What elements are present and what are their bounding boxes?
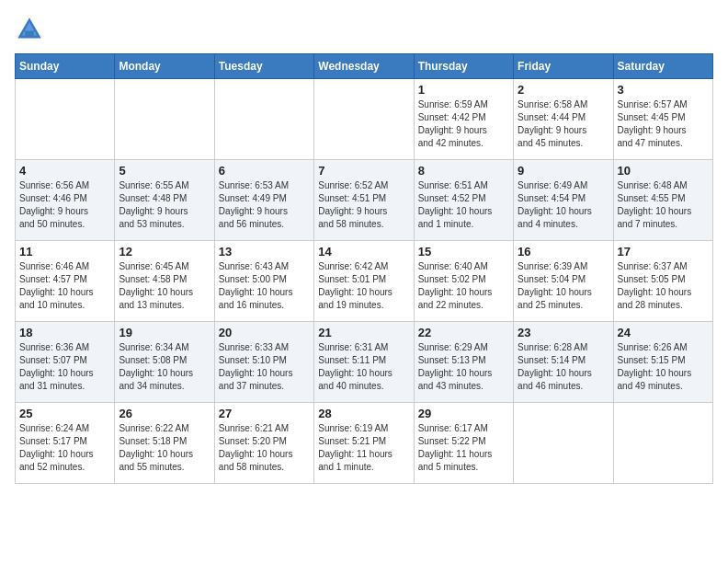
- day-info: Sunrise: 6:19 AM Sunset: 5:21 PM Dayligh…: [318, 422, 409, 474]
- day-cell: 21Sunrise: 6:31 AM Sunset: 5:11 PM Dayli…: [314, 322, 414, 403]
- header-day-sunday: Sunday: [16, 54, 115, 79]
- day-info: Sunrise: 6:29 AM Sunset: 5:13 PM Dayligh…: [418, 341, 509, 393]
- day-cell: 6Sunrise: 6:53 AM Sunset: 4:49 PM Daylig…: [214, 160, 313, 241]
- day-info: Sunrise: 6:40 AM Sunset: 5:02 PM Dayligh…: [418, 260, 509, 312]
- day-cell: 16Sunrise: 6:39 AM Sunset: 5:04 PM Dayli…: [514, 241, 613, 322]
- day-number: 27: [219, 407, 310, 420]
- day-number: 5: [119, 164, 210, 178]
- day-cell: [613, 403, 712, 484]
- day-cell: 3Sunrise: 6:57 AM Sunset: 4:45 PM Daylig…: [613, 79, 712, 160]
- day-info: Sunrise: 6:56 AM Sunset: 4:46 PM Dayligh…: [19, 179, 110, 231]
- day-info: Sunrise: 6:45 AM Sunset: 4:58 PM Dayligh…: [119, 260, 210, 312]
- day-number: 7: [318, 164, 409, 178]
- week-row-2: 4Sunrise: 6:56 AM Sunset: 4:46 PM Daylig…: [16, 160, 713, 241]
- header-day-tuesday: Tuesday: [214, 54, 313, 79]
- day-number: 4: [19, 164, 110, 178]
- day-number: 26: [119, 407, 210, 420]
- day-info: Sunrise: 6:24 AM Sunset: 5:17 PM Dayligh…: [19, 422, 110, 474]
- day-info: Sunrise: 6:43 AM Sunset: 5:00 PM Dayligh…: [219, 260, 310, 312]
- header-day-monday: Monday: [115, 54, 214, 79]
- day-number: 24: [618, 326, 709, 339]
- day-number: 19: [119, 326, 210, 339]
- day-number: 22: [418, 326, 509, 339]
- day-cell: 9Sunrise: 6:49 AM Sunset: 4:54 PM Daylig…: [514, 160, 613, 241]
- day-number: 14: [318, 245, 409, 259]
- day-cell: 29Sunrise: 6:17 AM Sunset: 5:22 PM Dayli…: [414, 403, 513, 484]
- day-cell: [214, 79, 313, 160]
- day-info: Sunrise: 6:21 AM Sunset: 5:20 PM Dayligh…: [219, 422, 310, 474]
- day-cell: 22Sunrise: 6:29 AM Sunset: 5:13 PM Dayli…: [414, 322, 513, 403]
- svg-rect-2: [25, 31, 34, 37]
- day-cell: 19Sunrise: 6:34 AM Sunset: 5:08 PM Dayli…: [115, 322, 214, 403]
- day-cell: 2Sunrise: 6:58 AM Sunset: 4:44 PM Daylig…: [514, 79, 613, 160]
- day-cell: 24Sunrise: 6:26 AM Sunset: 5:15 PM Dayli…: [613, 322, 712, 403]
- day-cell: 17Sunrise: 6:37 AM Sunset: 5:05 PM Dayli…: [613, 241, 712, 322]
- day-cell: [16, 79, 115, 160]
- week-row-3: 11Sunrise: 6:46 AM Sunset: 4:57 PM Dayli…: [16, 241, 713, 322]
- header-day-saturday: Saturday: [613, 54, 712, 79]
- day-number: 20: [219, 326, 310, 339]
- day-cell: 12Sunrise: 6:45 AM Sunset: 4:58 PM Dayli…: [115, 241, 214, 322]
- day-number: 6: [219, 164, 310, 178]
- day-cell: 11Sunrise: 6:46 AM Sunset: 4:57 PM Dayli…: [16, 241, 115, 322]
- day-info: Sunrise: 6:33 AM Sunset: 5:10 PM Dayligh…: [219, 341, 310, 393]
- day-cell: 28Sunrise: 6:19 AM Sunset: 5:21 PM Dayli…: [314, 403, 414, 484]
- week-row-5: 25Sunrise: 6:24 AM Sunset: 5:17 PM Dayli…: [16, 403, 713, 484]
- day-info: Sunrise: 6:52 AM Sunset: 4:51 PM Dayligh…: [318, 179, 409, 231]
- day-info: Sunrise: 6:36 AM Sunset: 5:07 PM Dayligh…: [19, 341, 110, 393]
- day-info: Sunrise: 6:28 AM Sunset: 5:14 PM Dayligh…: [518, 341, 609, 393]
- week-row-1: 1Sunrise: 6:59 AM Sunset: 4:42 PM Daylig…: [16, 79, 713, 160]
- day-cell: 26Sunrise: 6:22 AM Sunset: 5:18 PM Dayli…: [115, 403, 214, 484]
- day-number: 16: [518, 245, 609, 259]
- day-number: 17: [618, 245, 709, 259]
- day-cell: 4Sunrise: 6:56 AM Sunset: 4:46 PM Daylig…: [16, 160, 115, 241]
- day-info: Sunrise: 6:42 AM Sunset: 5:01 PM Dayligh…: [318, 260, 409, 312]
- week-row-4: 18Sunrise: 6:36 AM Sunset: 5:07 PM Dayli…: [16, 322, 713, 403]
- day-number: 12: [119, 245, 210, 259]
- day-number: 13: [219, 245, 310, 259]
- logo: [15, 15, 48, 44]
- day-number: 3: [618, 83, 709, 97]
- day-cell: 20Sunrise: 6:33 AM Sunset: 5:10 PM Dayli…: [214, 322, 313, 403]
- day-info: Sunrise: 6:58 AM Sunset: 4:44 PM Dayligh…: [518, 98, 609, 150]
- header-day-thursday: Thursday: [414, 54, 513, 79]
- day-cell: 5Sunrise: 6:55 AM Sunset: 4:48 PM Daylig…: [115, 160, 214, 241]
- day-cell: 13Sunrise: 6:43 AM Sunset: 5:00 PM Dayli…: [214, 241, 313, 322]
- day-number: 28: [318, 407, 409, 420]
- day-info: Sunrise: 6:46 AM Sunset: 4:57 PM Dayligh…: [19, 260, 110, 312]
- header-row: SundayMondayTuesdayWednesdayThursdayFrid…: [16, 54, 713, 79]
- day-number: 23: [518, 326, 609, 339]
- header-day-wednesday: Wednesday: [314, 54, 414, 79]
- day-info: Sunrise: 6:57 AM Sunset: 4:45 PM Dayligh…: [618, 98, 709, 150]
- day-cell: [115, 79, 214, 160]
- day-info: Sunrise: 6:34 AM Sunset: 5:08 PM Dayligh…: [119, 341, 210, 393]
- day-info: Sunrise: 6:55 AM Sunset: 4:48 PM Dayligh…: [119, 179, 210, 231]
- day-info: Sunrise: 6:22 AM Sunset: 5:18 PM Dayligh…: [119, 422, 210, 474]
- calendar-body: 1Sunrise: 6:59 AM Sunset: 4:42 PM Daylig…: [16, 79, 713, 484]
- day-number: 21: [318, 326, 409, 339]
- day-info: Sunrise: 6:37 AM Sunset: 5:05 PM Dayligh…: [618, 260, 709, 312]
- day-cell: [514, 403, 613, 484]
- day-cell: 7Sunrise: 6:52 AM Sunset: 4:51 PM Daylig…: [314, 160, 414, 241]
- day-info: Sunrise: 6:48 AM Sunset: 4:55 PM Dayligh…: [618, 179, 709, 231]
- logo-icon: [15, 15, 44, 44]
- day-cell: 8Sunrise: 6:51 AM Sunset: 4:52 PM Daylig…: [414, 160, 513, 241]
- day-info: Sunrise: 6:17 AM Sunset: 5:22 PM Dayligh…: [418, 422, 509, 474]
- day-cell: 15Sunrise: 6:40 AM Sunset: 5:02 PM Dayli…: [414, 241, 513, 322]
- day-info: Sunrise: 6:59 AM Sunset: 4:42 PM Dayligh…: [418, 98, 509, 150]
- day-number: 18: [19, 326, 110, 339]
- day-info: Sunrise: 6:31 AM Sunset: 5:11 PM Dayligh…: [318, 341, 409, 393]
- day-cell: 18Sunrise: 6:36 AM Sunset: 5:07 PM Dayli…: [16, 322, 115, 403]
- day-info: Sunrise: 6:39 AM Sunset: 5:04 PM Dayligh…: [518, 260, 609, 312]
- day-number: 29: [418, 407, 509, 420]
- day-cell: 25Sunrise: 6:24 AM Sunset: 5:17 PM Dayli…: [16, 403, 115, 484]
- day-info: Sunrise: 6:26 AM Sunset: 5:15 PM Dayligh…: [618, 341, 709, 393]
- page-header: [15, 15, 713, 44]
- day-info: Sunrise: 6:51 AM Sunset: 4:52 PM Dayligh…: [418, 179, 509, 231]
- day-number: 25: [19, 407, 110, 420]
- day-cell: 27Sunrise: 6:21 AM Sunset: 5:20 PM Dayli…: [214, 403, 313, 484]
- day-number: 11: [19, 245, 110, 259]
- day-number: 1: [418, 83, 509, 97]
- day-cell: 23Sunrise: 6:28 AM Sunset: 5:14 PM Dayli…: [514, 322, 613, 403]
- day-cell: 14Sunrise: 6:42 AM Sunset: 5:01 PM Dayli…: [314, 241, 414, 322]
